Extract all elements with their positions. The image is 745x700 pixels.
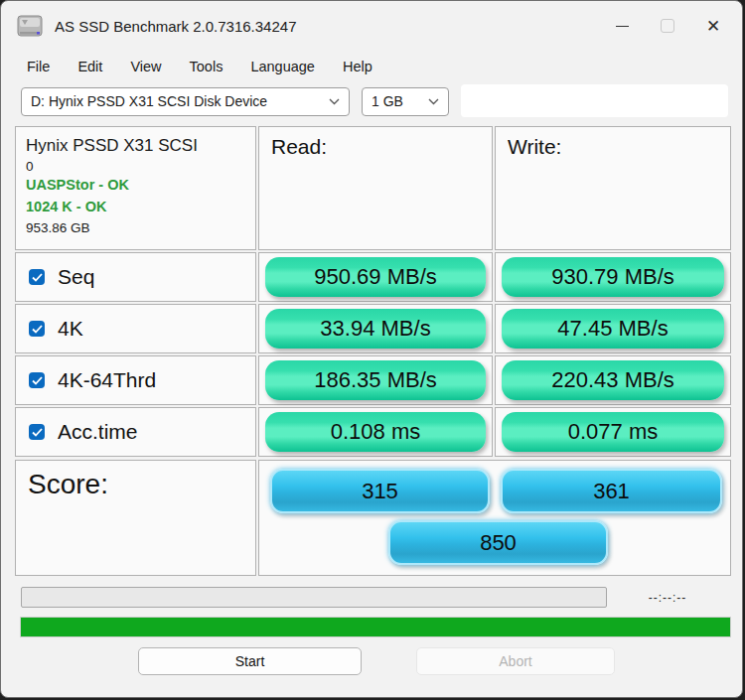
4k64-read-value: 186.35 MB/s [265, 360, 486, 400]
acctime-read-value: 0.108 ms [265, 412, 486, 452]
score-read-value: 315 [270, 469, 490, 513]
score-values-cell: 315 361 850 [258, 460, 731, 576]
close-icon: ✕ [706, 18, 720, 35]
drive-select-value: D: Hynix PSSD X31 SCSI Disk Device [31, 93, 267, 109]
score-row: Score: 315 361 850 [15, 460, 731, 576]
info-row: Hynix PSSD X31 SCSI 0 UASPStor - OK 1024… [15, 126, 731, 250]
menu-file[interactable]: File [27, 56, 64, 77]
drive-capacity: 953.86 GB [26, 218, 245, 238]
test-size-value: 1 GB [372, 93, 403, 109]
write-header-cell: Write: [495, 126, 731, 250]
progress-row: --:--:-- [21, 587, 728, 608]
read-header-cell: Read: [258, 126, 493, 250]
seq-write-cell: 930.79 MB/s [495, 252, 731, 302]
4k64-label-cell: 4K-64Thrd [15, 355, 256, 405]
score-write-value: 361 [501, 469, 722, 513]
minimize-icon [616, 26, 629, 27]
read-header: Read: [271, 135, 480, 159]
test-row-acctime: Acc.time 0.108 ms 0.077 ms [15, 407, 731, 457]
minimize-button[interactable] [599, 9, 645, 43]
acctime-label: Acc.time [58, 420, 138, 444]
acctime-label-cell: Acc.time [15, 407, 256, 457]
toolbar-blank-panel [461, 84, 728, 117]
4k64-read-cell: 186.35 MB/s [258, 355, 493, 405]
4k-checkbox[interactable] [29, 321, 45, 337]
start-button[interactable]: Start [138, 647, 362, 675]
4k64-write-cell: 220.43 MB/s [495, 355, 731, 405]
maximize-button[interactable] [645, 9, 690, 43]
drive-info-cell: Hynix PSSD X31 SCSI 0 UASPStor - OK 1024… [15, 126, 256, 250]
window-title: AS SSD Benchmark 2.0.7316.34247 [55, 18, 599, 35]
4k-read-cell: 33.94 MB/s [258, 304, 493, 353]
time-remaining: --:--:-- [607, 591, 728, 605]
abort-button[interactable]: Abort [416, 647, 615, 675]
drive-name-wrap: 0 [26, 158, 245, 176]
score-label: Score: [28, 469, 243, 500]
title-bar: AS SSD Benchmark 2.0.7316.34247 ✕ [1, 1, 742, 51]
test-row-4k: 4K 33.94 MB/s 47.45 MB/s [15, 304, 731, 353]
menu-edit[interactable]: Edit [64, 56, 116, 77]
4k64-checkbox[interactable] [29, 372, 45, 388]
4k-label-cell: 4K [15, 304, 256, 353]
maximize-icon [661, 19, 674, 33]
drive-name: Hynix PSSD X31 SCSI [26, 135, 245, 158]
4k64-write-value: 220.43 MB/s [502, 360, 724, 400]
score-label-cell: Score: [15, 460, 256, 576]
buttons-row: Start Abort [1, 647, 742, 677]
app-window: AS SSD Benchmark 2.0.7316.34247 ✕ File E… [0, 0, 743, 698]
acctime-write-value: 0.077 ms [502, 412, 724, 452]
alignment-status: 1024 K - OK [26, 197, 245, 218]
seq-label: Seq [58, 265, 94, 289]
hard-disk-icon [17, 14, 43, 38]
seq-read-cell: 950.69 MB/s [258, 252, 493, 302]
benchmark-table: Hynix PSSD X31 SCSI 0 UASPStor - OK 1024… [15, 126, 731, 576]
menu-tools[interactable]: Tools [176, 56, 237, 77]
chevron-down-icon [428, 98, 439, 105]
test-row-4k64: 4K-64Thrd 186.35 MB/s 220.43 MB/s [15, 355, 731, 405]
menu-bar: File Edit View Tools Language Help [1, 51, 742, 82]
seq-read-value: 950.69 MB/s [265, 257, 486, 297]
acctime-write-cell: 0.077 ms [495, 407, 731, 457]
4k-read-value: 33.94 MB/s [265, 309, 486, 349]
menu-help[interactable]: Help [329, 56, 386, 77]
test-row-seq: Seq 950.69 MB/s 930.79 MB/s [15, 252, 731, 302]
seq-label-cell: Seq [15, 252, 256, 302]
seq-write-value: 930.79 MB/s [502, 257, 724, 297]
4k-write-value: 47.45 MB/s [502, 309, 724, 349]
menu-view[interactable]: View [116, 56, 175, 77]
toolbar: D: Hynix PSSD X31 SCSI Disk Device 1 GB [1, 84, 742, 118]
progress-bar [21, 587, 607, 608]
score-total-value: 850 [388, 520, 608, 565]
drive-select[interactable]: D: Hynix PSSD X31 SCSI Disk Device [21, 87, 350, 116]
acctime-checkbox[interactable] [29, 424, 45, 440]
4k-write-cell: 47.45 MB/s [495, 304, 731, 353]
test-size-select[interactable]: 1 GB [362, 87, 449, 116]
4k-label: 4K [58, 317, 83, 341]
menu-language[interactable]: Language [236, 56, 329, 77]
chevron-down-icon [329, 98, 340, 105]
seq-checkbox[interactable] [29, 269, 45, 285]
close-button[interactable]: ✕ [690, 9, 736, 43]
write-header: Write: [508, 135, 718, 159]
driver-status: UASPStor - OK [26, 175, 245, 197]
secondary-progress-bar [20, 617, 731, 637]
4k64-label: 4K-64Thrd [58, 368, 156, 392]
acctime-read-cell: 0.108 ms [258, 407, 493, 457]
